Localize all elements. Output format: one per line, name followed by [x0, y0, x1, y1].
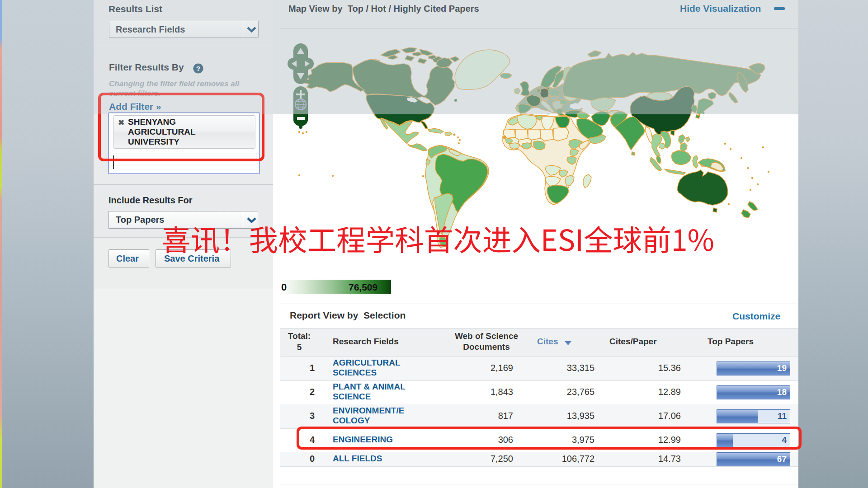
- svg-text:?: ?: [196, 65, 200, 72]
